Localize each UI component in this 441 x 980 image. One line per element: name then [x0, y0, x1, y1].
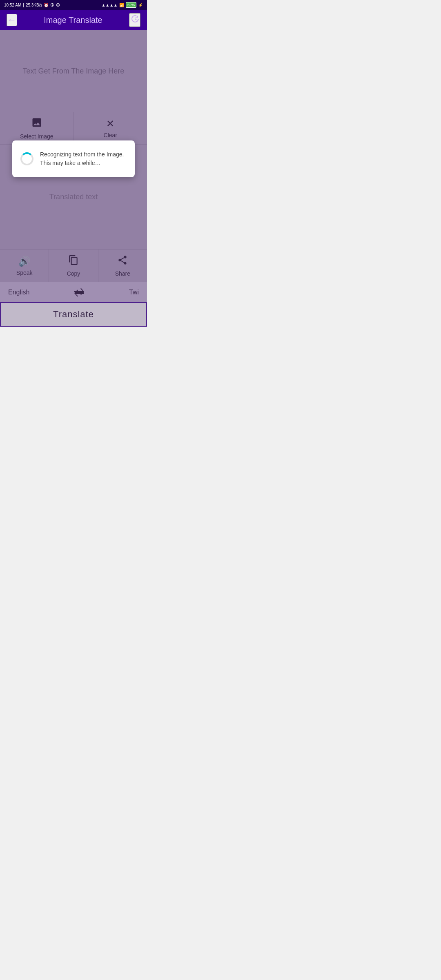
charging-icon: ⚡ — [138, 3, 143, 7]
page-title: Image Translate — [44, 16, 102, 25]
status-bar: 10:52 AM | 25.3KB/s ⏰ ⦿ ⦿ ▲▲▲▲ 📶 62% ⚡ — [0, 0, 147, 10]
app-bar: ← Image Translate — [0, 10, 147, 30]
time: 10:52 AM — [4, 3, 21, 7]
separator: | — [23, 3, 24, 7]
speed: 25.3KB/s — [26, 3, 42, 7]
dialog-overlay: Recognizing text from the Image.This may… — [0, 30, 147, 327]
alarm-icon: ⏰ — [44, 3, 49, 7]
loading-spinner — [20, 152, 33, 165]
status-left: 10:52 AM | 25.3KB/s ⏰ ⦿ ⦿ — [4, 3, 60, 7]
signal-icon: ▲▲▲▲ — [101, 3, 118, 7]
dialog-message: Recognizing text from the Image.This may… — [40, 150, 124, 167]
history-icon — [130, 14, 140, 24]
dialog-box: Recognizing text from the Image.This may… — [12, 140, 135, 177]
history-button[interactable] — [129, 13, 140, 27]
main-content: Text Get From The Image Here Select Imag… — [0, 30, 147, 327]
battery-indicator: 62% — [126, 2, 136, 8]
icon2: ⦿ — [50, 3, 54, 7]
icon3: ⦿ — [56, 3, 60, 7]
wifi-icon: 📶 — [119, 3, 124, 7]
back-button[interactable]: ← — [7, 14, 17, 26]
status-right: ▲▲▲▲ 📶 62% ⚡ — [101, 2, 143, 8]
